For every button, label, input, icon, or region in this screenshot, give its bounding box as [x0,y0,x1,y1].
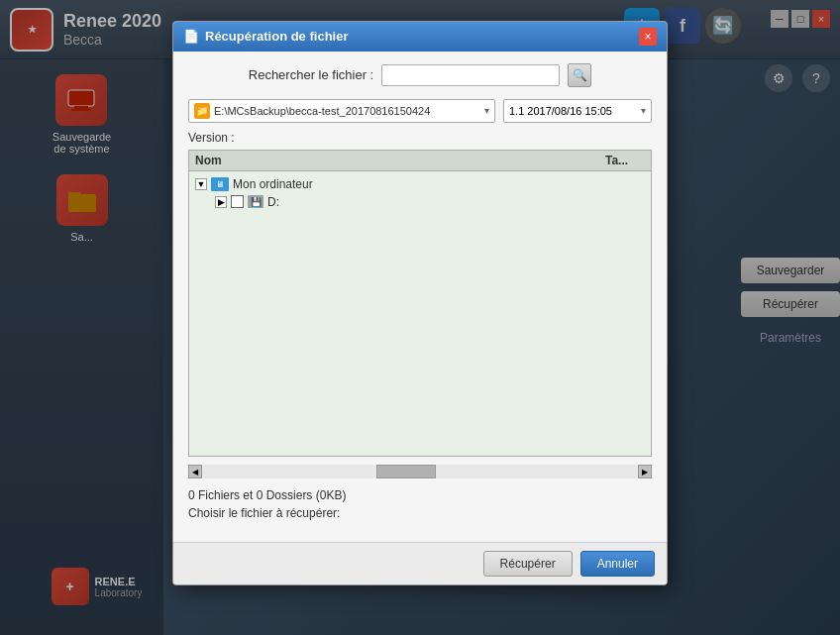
tree-item-drive-d[interactable]: ▶ 💾 D: [191,193,649,211]
drive-icon: 💾 [248,195,263,208]
version-text: 1.1 2017/08/16 15:05 [509,105,612,117]
tree-body: ▼ 🖥 Mon ordinateur ▶ 💾 [189,171,651,439]
dialog-body: Rechercher le fichier : 🔍 📁 E:\MCsBackup… [173,52,667,542]
tree-item-computer[interactable]: ▼ 🖥 Mon ordinateur [191,175,649,193]
search-label: Rechercher le fichier : [249,67,373,82]
dialog-overlay: 📄 Récupération de fichier × Rechercher l… [0,0,840,635]
file-recovery-dialog: 📄 Récupération de fichier × Rechercher l… [172,21,668,585]
dialog-close-button[interactable]: × [639,28,657,46]
search-icon: 🔍 [573,68,587,82]
tree-col-name: Nom [195,154,605,167]
tree-label-drive-d: D: [267,195,279,209]
version-dropdown-arrow: ▾ [641,105,646,116]
path-dropdown[interactable]: 📁 E:\MCsBackup\becca-test_20170816150424… [188,99,495,123]
search-input[interactable] [381,64,560,86]
search-button[interactable]: 🔍 [568,63,591,87]
dialog-title: Récupération de fichier [205,29,348,44]
tree-expand-computer[interactable]: ▼ [195,178,207,190]
dialog-footer: Récupérer Annuler [173,542,667,584]
computer-icon: 🖥 [211,177,229,191]
tree-header: Nom Ta... [189,151,651,171]
scrollbar-track[interactable] [202,465,638,478]
version-dropdown[interactable]: 1.1 2017/08/16 15:05 ▾ [503,99,652,123]
path-dropdown-arrow: ▾ [484,105,489,116]
search-row: Rechercher le fichier : 🔍 [188,63,652,87]
footer-recover-button[interactable]: Récupérer [483,551,573,577]
path-version-row: 📁 E:\MCsBackup\becca-test_20170816150424… [188,99,652,123]
horizontal-scrollbar[interactable]: ◀ ▶ [188,465,652,478]
folder-icon: 📁 [194,103,210,119]
status-instruction: Choisir le fichier à récupérer: [188,506,652,520]
tree-col-size: Ta... [605,154,645,167]
scrollbar-left-button[interactable]: ◀ [188,465,202,478]
tree-label-computer: Mon ordinateur [233,177,313,191]
version-label: Version : [188,131,652,145]
tree-expand-drive-d[interactable]: ▶ [215,196,227,208]
scrollbar-right-button[interactable]: ▶ [638,465,652,478]
dialog-titlebar: 📄 Récupération de fichier × [173,22,667,52]
status-files-count: 0 Fichiers et 0 Dossiers (0KB) [188,488,652,502]
tree-checkbox-drive-d[interactable] [231,195,244,208]
scrollbar-thumb[interactable] [376,465,436,478]
path-text: E:\MCsBackup\becca-test_20170816150424 [214,105,484,117]
footer-cancel-button[interactable]: Annuler [580,551,655,577]
file-tree-container[interactable]: Nom Ta... ▼ 🖥 Mon ordinateur [188,150,652,457]
